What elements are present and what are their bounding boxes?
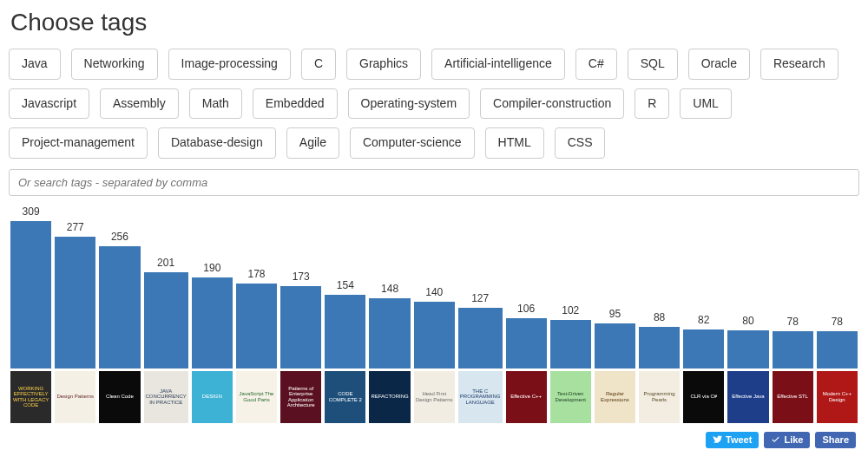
book-cover-thumbnail[interactable]: Programming Pearls	[639, 371, 680, 423]
bar-column[interactable]: 127THE C PROGRAMMING LANGUAGE	[458, 292, 503, 423]
tag-html[interactable]: HTML	[485, 127, 544, 159]
share-row: Tweet Like Share	[9, 432, 859, 448]
bar-value-label: 78	[832, 316, 843, 328]
tag-database-design[interactable]: Database-design	[158, 127, 276, 159]
bar-column[interactable]: 140Head First Design Patterns	[414, 286, 455, 423]
tag-sql[interactable]: SQL	[628, 49, 678, 80]
book-cover-title: Patterns of Enterprise Application Archi…	[282, 386, 319, 408]
search-input[interactable]	[10, 170, 858, 195]
tag-uml[interactable]: UML	[680, 88, 732, 120]
bar-column[interactable]: 106Effective C++	[506, 303, 547, 423]
bar-value-label: 127	[471, 292, 489, 304]
book-cover-thumbnail[interactable]: DESIGN	[192, 371, 233, 423]
twitter-icon	[713, 434, 722, 446]
book-cover-title: WORKING EFFECTIVELY WITH LEGACY CODE	[12, 386, 49, 408]
bar-column[interactable]: 82CLR via C#	[683, 314, 724, 423]
book-cover-thumbnail[interactable]: Effective STL	[773, 371, 813, 423]
book-cover-thumbnail[interactable]: WORKING EFFECTIVELY WITH LEGACY CODE	[10, 371, 51, 423]
book-cover-title: REFACTORING	[371, 394, 408, 400]
tag-artificial-intelligence[interactable]: Artificial-intelligence	[431, 49, 565, 80]
tag-computer-science[interactable]: Computer-science	[350, 127, 475, 159]
tag-research[interactable]: Research	[760, 49, 838, 80]
book-cover-thumbnail[interactable]: Patterns of Enterprise Application Archi…	[280, 371, 321, 423]
bar-value-label: 78	[786, 316, 798, 328]
book-cover-title: Effective Java	[732, 394, 764, 400]
bar-column[interactable]: 190DESIGN	[192, 262, 233, 423]
bar	[236, 284, 277, 368]
tag-c-[interactable]: C#	[575, 49, 617, 80]
tag-compiler-construction[interactable]: Compiler-construction	[480, 88, 624, 120]
tag-embedded[interactable]: Embedded	[253, 88, 338, 120]
bar-column[interactable]: 95Regular Expressions	[595, 308, 635, 423]
tag-c[interactable]: C	[301, 49, 336, 80]
book-cover-thumbnail[interactable]: Effective C++	[506, 371, 547, 423]
tag-cloud: JavaNetworkingImage-processingCGraphicsA…	[9, 49, 859, 159]
bar-value-label: 106	[517, 303, 535, 315]
bar-value-label: 256	[111, 231, 128, 243]
bar	[55, 237, 95, 368]
bar-value-label: 173	[293, 271, 310, 283]
tag-css[interactable]: CSS	[555, 127, 606, 159]
share-button[interactable]: Share	[815, 432, 856, 448]
tag-assembly[interactable]: Assembly	[100, 88, 179, 120]
like-button[interactable]: Like	[764, 432, 810, 448]
bar	[369, 298, 410, 368]
tweet-label: Tweet	[726, 434, 752, 445]
book-cover-thumbnail[interactable]: Regular Expressions	[595, 371, 635, 423]
bar-column[interactable]: 102Test-Driven Development	[550, 304, 591, 423]
tag-agile[interactable]: Agile	[286, 127, 339, 159]
tag-java[interactable]: Java	[9, 49, 61, 80]
book-cover-title: JAVA CONCURRENCY IN PRACTICE	[146, 388, 187, 406]
bar	[550, 320, 591, 368]
bar	[192, 277, 233, 368]
bar	[10, 221, 51, 368]
bar-column[interactable]: 277Design Patterns	[55, 221, 95, 423]
book-cover-thumbnail[interactable]: JavaScript The Good Parts	[236, 371, 277, 423]
book-cover-thumbnail[interactable]: Modern C++ Design	[817, 371, 858, 423]
book-cover-thumbnail[interactable]: CLR via C#	[683, 371, 724, 423]
bar-value-label: 154	[337, 279, 354, 291]
book-cover-thumbnail[interactable]: JAVA CONCURRENCY IN PRACTICE	[144, 371, 188, 423]
tag-networking[interactable]: Networking	[71, 49, 158, 80]
tag-oracle[interactable]: Oracle	[688, 49, 750, 80]
bar-column[interactable]: 178JavaScript The Good Parts	[236, 268, 277, 423]
book-cover-thumbnail[interactable]: CODE COMPLETE 2	[325, 371, 365, 423]
bar	[144, 272, 188, 368]
tag-math[interactable]: Math	[189, 88, 242, 120]
book-cover-title: Design Patterns	[56, 394, 94, 400]
bar-column[interactable]: 88Programming Pearls	[639, 311, 680, 423]
bar-column[interactable]: 201JAVA CONCURRENCY IN PRACTICE	[144, 257, 188, 423]
tag-operating-system[interactable]: Operating-system	[348, 88, 470, 120]
bar-column[interactable]: 154CODE COMPLETE 2	[325, 279, 365, 423]
bar	[99, 246, 140, 368]
tag-graphics[interactable]: Graphics	[346, 49, 421, 80]
book-cover-thumbnail[interactable]: THE C PROGRAMMING LANGUAGE	[458, 371, 503, 423]
bar-value-label: 140	[425, 286, 443, 298]
bar-value-label: 309	[23, 205, 40, 218]
book-cover-thumbnail[interactable]: Effective Java	[727, 371, 768, 423]
bar-column[interactable]: 78Effective STL	[773, 316, 813, 423]
tag-r[interactable]: R	[635, 88, 669, 120]
bar	[727, 330, 768, 368]
book-cover-thumbnail[interactable]: REFACTORING	[369, 371, 410, 423]
bar	[683, 329, 724, 368]
tag-image-processing[interactable]: Image-processing	[168, 49, 291, 80]
bar-column[interactable]: 80Effective Java	[727, 315, 768, 423]
book-cover-thumbnail[interactable]: Head First Design Patterns	[414, 371, 455, 423]
book-cover-title: Regular Expressions	[596, 391, 634, 402]
book-cover-thumbnail[interactable]: Clean Code	[99, 371, 140, 423]
book-cover-thumbnail[interactable]: Design Patterns	[55, 371, 95, 423]
bar	[325, 295, 365, 368]
tag-javascript[interactable]: Javascript	[9, 88, 89, 120]
book-cover-thumbnail[interactable]: Test-Driven Development	[550, 371, 591, 423]
bar	[280, 286, 321, 368]
bar-value-label: 178	[247, 268, 265, 280]
tweet-button[interactable]: Tweet	[706, 432, 759, 448]
bar-column[interactable]: 309WORKING EFFECTIVELY WITH LEGACY CODE	[10, 205, 51, 423]
bar-value-label: 277	[67, 221, 84, 233]
bar-column[interactable]: 256Clean Code	[99, 231, 140, 423]
bar-column[interactable]: 148REFACTORING	[369, 283, 410, 423]
bar-column[interactable]: 173Patterns of Enterprise Application Ar…	[280, 271, 321, 423]
bar-column[interactable]: 78Modern C++ Design	[817, 316, 858, 423]
tag-project-management[interactable]: Project-management	[9, 127, 148, 159]
